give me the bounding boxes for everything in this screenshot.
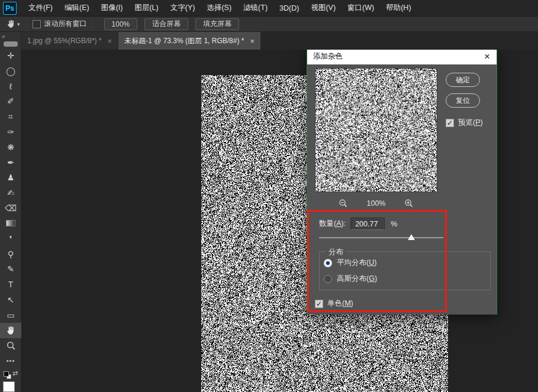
color-swatches[interactable]: ⇄ (2, 371, 20, 380)
menu-view[interactable]: 视图(V) (305, 0, 342, 17)
eraser-tool[interactable]: ⌫ (0, 200, 21, 216)
panel-grip[interactable] (4, 41, 18, 47)
dodge-tool[interactable]: ⚲ (0, 247, 21, 262)
menu-filter[interactable]: 滤镜(T) (237, 0, 273, 17)
options-bar: ▾ 滚动所有窗口 100% 适合屏幕 填充屏幕 (0, 17, 538, 32)
fill-screen-button[interactable]: 填充屏幕 (195, 18, 239, 30)
menu-help[interactable]: 帮助(H) (380, 0, 417, 17)
gradient-tool[interactable] (0, 216, 21, 231)
history-brush-tool[interactable]: ✍ (0, 185, 21, 200)
preview-checkbox-row: ✓ 预览(P) (446, 118, 483, 128)
preview-checkbox[interactable]: ✓ (446, 119, 454, 127)
lasso-tool[interactable]: ℓ (0, 79, 21, 94)
more-tools[interactable]: ••• (0, 354, 21, 369)
annotation-rectangle (307, 210, 447, 312)
menu-3d[interactable]: 3D(D) (273, 0, 305, 17)
brush-tool[interactable]: ✒ (0, 155, 21, 170)
preview-zoom-controls: 100% (315, 197, 437, 210)
ok-button[interactable]: 确定 (446, 73, 480, 87)
move-tool[interactable]: ✛ (0, 48, 21, 63)
hand-tool-icon[interactable] (6, 19, 16, 29)
menu-window[interactable]: 窗口(W) (342, 0, 380, 17)
tab-1jpg[interactable]: 1.jpg @ 55%(RGB/8*) * × (21, 32, 118, 50)
blur-tool[interactable]: ❜ (0, 231, 21, 247)
zoom-100-button[interactable]: 100% (104, 18, 138, 30)
scroll-all-windows-checkbox[interactable] (33, 20, 41, 28)
close-icon[interactable]: × (484, 51, 490, 61)
scroll-all-windows-label: 滚动所有窗口 (44, 19, 87, 29)
zoom-tool[interactable] (0, 338, 21, 354)
path-select-tool[interactable]: ↖ (0, 292, 21, 307)
document-tabs: 1.jpg @ 55%(RGB/8*) * × 未标题-1 @ 73.3% (图… (21, 32, 538, 50)
swap-colors-icon[interactable]: ⇄ (12, 370, 18, 377)
zoom-in-icon[interactable] (404, 199, 414, 208)
foreground-color-large-swatch[interactable] (3, 381, 15, 392)
preview-zoom-level: 100% (367, 199, 386, 208)
close-icon[interactable]: × (108, 37, 112, 46)
menu-edit[interactable]: 编辑(E) (59, 0, 95, 17)
photoshop-window: Ps 文件(F) 编辑(E) 图像(I) 图层(L) 文字(Y) 选择(S) 滤… (0, 0, 538, 392)
menu-bar: Ps 文件(F) 编辑(E) 图像(I) 图层(L) 文字(Y) 选择(S) 滤… (0, 0, 538, 17)
type-tool[interactable]: T (0, 277, 21, 292)
menu-file[interactable]: 文件(F) (22, 0, 59, 17)
rectangle-tool[interactable]: ▭ (0, 307, 21, 323)
dialog-title-bar[interactable]: 添加杂色 × (307, 48, 497, 64)
tab-label: 未标题-1 @ 73.3% (图层 1, RGB/8#) * (124, 36, 244, 46)
preview-label: 预览(P) (458, 118, 483, 128)
tab-untitled-1[interactable]: 未标题-1 @ 73.3% (图层 1, RGB/8#) * × (118, 32, 260, 50)
spot-healing-tool[interactable]: ❋ (0, 140, 21, 155)
dialog-title: 添加杂色 (313, 51, 484, 61)
marquee-tool[interactable]: ◯ (0, 63, 21, 79)
menu-select[interactable]: 选择(S) (201, 0, 237, 17)
menu-image[interactable]: 图像(I) (95, 0, 129, 17)
gradient-icon (6, 220, 15, 226)
divider (27, 19, 28, 30)
photoshop-logo-icon: Ps (3, 2, 17, 15)
chevron-down-icon[interactable]: ▾ (17, 21, 20, 27)
menu-layer[interactable]: 图层(L) (128, 0, 164, 17)
hand-tool-selected[interactable] (0, 323, 21, 338)
check-icon: ✓ (447, 119, 453, 127)
foreground-color-swatch[interactable] (4, 371, 9, 377)
zoom-out-icon[interactable] (339, 199, 348, 208)
tab-label: 1.jpg @ 55%(RGB/8*) * (27, 37, 102, 45)
fit-screen-button[interactable]: 适合屏幕 (144, 18, 188, 30)
crop-tool[interactable]: ⌗ (0, 109, 21, 124)
close-icon[interactable]: × (250, 37, 254, 46)
clone-stamp-tool[interactable]: ♟ (0, 170, 21, 186)
reset-button[interactable]: 复位 (446, 93, 480, 108)
pen-tool[interactable]: ✎ (0, 262, 21, 277)
tool-bar: » ✛ ◯ ℓ ✐ ⌗ ✑ ❋ ✒ ♟ ✍ ⌫ ❜ ⚲ ✎ T ↖ ▭ ••• … (0, 32, 21, 392)
divider (92, 19, 92, 30)
collapse-panel-icon[interactable]: » (0, 32, 21, 40)
quick-selection-tool[interactable]: ✐ (0, 93, 21, 109)
menu-type[interactable]: 文字(Y) (165, 0, 201, 17)
eyedropper-tool[interactable]: ✑ (0, 124, 21, 140)
noise-preview[interactable] (315, 68, 437, 192)
